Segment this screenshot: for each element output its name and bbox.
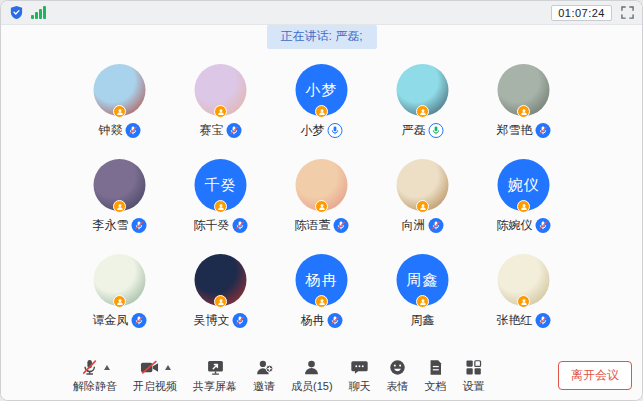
participant-name: 向洲	[402, 217, 426, 234]
network-quality-icon[interactable]	[31, 6, 46, 19]
mic-options-caret-icon[interactable]	[104, 365, 110, 370]
host-badge-icon	[416, 295, 429, 308]
mic-status-icon	[233, 218, 248, 233]
host-badge-icon	[517, 105, 530, 118]
avatar: 千癸	[195, 159, 247, 211]
mic-status-icon	[536, 123, 551, 138]
participant-tile[interactable]: 赛宝	[170, 58, 271, 153]
fullscreen-icon[interactable]	[621, 6, 634, 19]
mic-status-icon	[536, 313, 551, 328]
participant-name: 钟燚	[99, 122, 123, 139]
participant-tile[interactable]: 钟燚	[69, 58, 170, 153]
participant-tile[interactable]: 严磊	[372, 58, 473, 153]
host-badge-icon	[517, 295, 530, 308]
avatar: 小梦	[296, 64, 348, 116]
leave-meeting-button[interactable]: 离开会议	[558, 361, 632, 390]
participant-tile[interactable]: 杨冉 杨冉	[271, 248, 372, 343]
invite-icon	[255, 358, 274, 377]
avatar	[94, 159, 146, 211]
avatar-initials: 周鑫	[407, 271, 439, 290]
host-badge-icon	[113, 105, 126, 118]
host-badge-icon	[113, 295, 126, 308]
participant-name: 吴博文	[194, 312, 230, 329]
participant-name: 杨冉	[301, 312, 325, 329]
avatar-initials: 小梦	[306, 81, 338, 100]
host-badge-icon	[315, 105, 328, 118]
participant-tile[interactable]: 张艳红	[473, 248, 574, 343]
avatar	[94, 64, 146, 116]
avatar-initials: 婉仪	[508, 176, 540, 195]
meeting-timer: 01:07:24	[551, 5, 612, 21]
host-badge-icon	[315, 295, 328, 308]
speaking-banner: 正在讲话: 严磊;	[266, 25, 376, 49]
mic-status-icon	[429, 123, 444, 138]
document-icon	[426, 358, 445, 377]
avatar-initials: 千癸	[205, 176, 237, 195]
unmute-button[interactable]: 解除静音	[73, 357, 117, 394]
mic-status-icon	[126, 123, 141, 138]
participant-tile[interactable]: 婉仪 陈婉仪	[473, 153, 574, 248]
participant-name: 郑雪艳	[497, 122, 533, 139]
mic-status-icon	[536, 218, 551, 233]
mic-off-icon	[80, 358, 99, 377]
mic-status-icon	[328, 123, 343, 138]
participant-tile[interactable]: 谭金凤	[69, 248, 170, 343]
host-badge-icon	[113, 200, 126, 213]
mic-status-icon	[429, 218, 444, 233]
chat-button[interactable]: 聊天	[349, 357, 371, 394]
participant-name: 小梦	[301, 122, 325, 139]
security-shield-icon[interactable]	[9, 5, 24, 20]
host-badge-icon	[214, 295, 227, 308]
share-screen-icon	[206, 358, 225, 377]
meeting-window: 01:07:24 正在讲话: 严磊; 钟燚	[0, 0, 643, 401]
participant-name: 严磊	[402, 122, 426, 139]
participant-tile[interactable]: 周鑫 周鑫	[372, 248, 473, 343]
avatar	[296, 159, 348, 211]
chat-icon	[350, 358, 369, 377]
invite-button[interactable]: 邀请	[253, 357, 275, 394]
toolbar: 解除静音 开启视频	[1, 353, 642, 400]
participant-name: 赛宝	[200, 122, 224, 139]
avatar-initials: 杨冉	[306, 271, 338, 290]
mic-status-icon	[334, 218, 349, 233]
avatar: 周鑫	[397, 254, 449, 306]
participant-name: 李永雪	[93, 217, 129, 234]
avatar	[397, 159, 449, 211]
camera-off-icon	[139, 358, 160, 377]
share-screen-button[interactable]: 共享屏幕	[193, 357, 237, 394]
host-badge-icon	[214, 200, 227, 213]
avatar	[94, 254, 146, 306]
settings-icon	[464, 358, 483, 377]
avatar: 杨冉	[296, 254, 348, 306]
participant-name: 陈千癸	[194, 217, 230, 234]
mic-status-icon	[233, 313, 248, 328]
participant-tile[interactable]: 郑雪艳	[473, 58, 574, 153]
start-video-button[interactable]: 开启视频	[133, 357, 177, 394]
settings-button[interactable]: 设置	[463, 357, 485, 394]
participant-name: 陈语萱	[295, 217, 331, 234]
participant-tile[interactable]: 千癸 陈千癸	[170, 153, 271, 248]
avatar	[195, 254, 247, 306]
documents-button[interactable]: 文档	[425, 357, 447, 394]
host-badge-icon	[517, 200, 530, 213]
members-button[interactable]: 成员(15)	[291, 357, 333, 394]
mic-status-icon	[132, 313, 147, 328]
participant-name: 周鑫	[411, 312, 435, 329]
avatar: 婉仪	[498, 159, 550, 211]
participant-tile[interactable]: 李永雪	[69, 153, 170, 248]
avatar	[397, 64, 449, 116]
host-badge-icon	[416, 200, 429, 213]
participant-tile[interactable]: 小梦 小梦	[271, 58, 372, 153]
host-badge-icon	[214, 105, 227, 118]
video-options-caret-icon[interactable]	[165, 365, 171, 370]
participant-tile[interactable]: 吴博文	[170, 248, 271, 343]
participant-tile[interactable]: 陈语萱	[271, 153, 372, 248]
participants-grid: 钟燚 赛宝	[69, 58, 574, 343]
participant-name: 张艳红	[497, 312, 533, 329]
participant-name: 谭金凤	[93, 312, 129, 329]
mic-status-icon	[132, 218, 147, 233]
emoji-button[interactable]: 表情	[387, 357, 409, 394]
avatar	[498, 254, 550, 306]
participant-tile[interactable]: 向洲	[372, 153, 473, 248]
emoji-icon	[388, 358, 407, 377]
